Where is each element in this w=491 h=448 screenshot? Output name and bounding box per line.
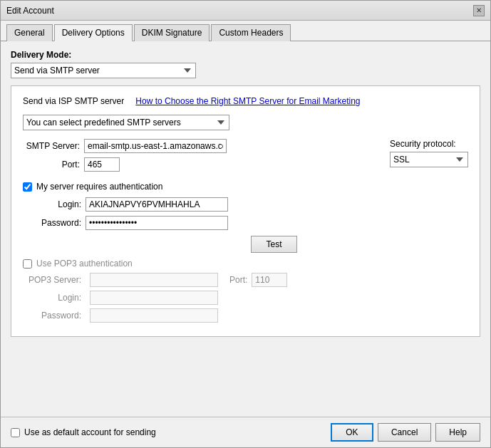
password-row: Password: bbox=[23, 216, 468, 230]
pop3-checkbox[interactable] bbox=[23, 259, 32, 269]
security-section: Security protocol: SSL bbox=[390, 139, 468, 167]
edit-account-window: Edit Account ✕ General Delivery Options … bbox=[0, 0, 491, 448]
ok-button[interactable]: OK bbox=[331, 423, 373, 442]
delivery-mode-section: Delivery Mode: Send via SMTP server bbox=[11, 50, 480, 78]
pop3-checkbox-row: Use POP3 authentication bbox=[23, 259, 468, 269]
pop3-server-label: POP3 Server: bbox=[23, 275, 86, 285]
predefined-select[interactable]: You can select predefined SMTP servers bbox=[23, 115, 229, 130]
pop3-server-row: POP3 Server: Port: bbox=[23, 273, 468, 287]
port-row: Port: bbox=[23, 157, 376, 172]
smtp-server-label: SMTP Server: bbox=[23, 141, 80, 151]
pop3-login-input[interactable] bbox=[90, 291, 218, 305]
window-title: Edit Account bbox=[6, 6, 54, 16]
cancel-button[interactable]: Cancel bbox=[378, 423, 431, 442]
auth-checkbox[interactable] bbox=[23, 182, 32, 192]
help-button[interactable]: Help bbox=[435, 423, 480, 442]
pop3-port-input[interactable] bbox=[252, 273, 287, 287]
tab-custom-headers[interactable]: Custom Headers bbox=[211, 24, 291, 41]
isp-link[interactable]: How to Choose the Right SMTP Server for … bbox=[135, 96, 360, 106]
predefined-row: You can select predefined SMTP servers bbox=[23, 115, 468, 130]
auth-checkbox-row: My server requires authentication bbox=[23, 182, 468, 192]
smtp-server-input[interactable] bbox=[84, 139, 227, 153]
footer: Use as default account for sending OK Ca… bbox=[1, 417, 490, 447]
smtp-panel: Send via ISP SMTP server How to Choose t… bbox=[11, 85, 480, 337]
delivery-mode-label: Delivery Mode: bbox=[11, 50, 480, 60]
pop3-login-row: Login: bbox=[23, 291, 468, 305]
port-label: Port: bbox=[23, 160, 80, 170]
pop3-port-label: Port: bbox=[229, 275, 247, 285]
content-area: Delivery Mode: Send via SMTP server Send… bbox=[1, 41, 490, 417]
tab-delivery[interactable]: Delivery Options bbox=[54, 24, 133, 41]
pop3-password-label: Password: bbox=[23, 311, 86, 321]
default-account-checkbox[interactable] bbox=[11, 428, 20, 437]
isp-header: Send via ISP SMTP server How to Choose t… bbox=[23, 96, 468, 106]
smtp-server-row: SMTP Server: bbox=[23, 139, 376, 153]
security-select[interactable]: SSL bbox=[390, 152, 468, 167]
pop3-password-input[interactable] bbox=[90, 308, 218, 323]
login-row: Login: bbox=[23, 197, 468, 212]
pop3-server-input[interactable] bbox=[90, 273, 218, 287]
default-account-label[interactable]: Use as default account for sending bbox=[24, 427, 156, 437]
footer-buttons: OK Cancel Help bbox=[331, 423, 480, 442]
title-bar: Edit Account ✕ bbox=[1, 1, 490, 21]
default-account-row: Use as default account for sending bbox=[11, 427, 156, 437]
tab-dkim[interactable]: DKIM Signature bbox=[134, 24, 210, 41]
test-button[interactable]: Test bbox=[251, 236, 296, 253]
port-input[interactable] bbox=[84, 157, 120, 172]
test-row: Test bbox=[23, 236, 468, 253]
tab-general[interactable]: General bbox=[6, 24, 53, 41]
smtp-security-row: SMTP Server: Port: Security protocol: SS… bbox=[23, 139, 468, 176]
password-input[interactable] bbox=[86, 216, 228, 230]
pop3-login-label: Login: bbox=[23, 293, 86, 303]
isp-title: Send via ISP SMTP server bbox=[23, 96, 124, 106]
pop3-label[interactable]: Use POP3 authentication bbox=[36, 259, 133, 269]
login-input[interactable] bbox=[86, 197, 228, 212]
pop3-password-row: Password: bbox=[23, 308, 468, 323]
login-label: Login: bbox=[23, 199, 86, 209]
close-button[interactable]: ✕ bbox=[473, 5, 485, 16]
password-label: Password: bbox=[23, 218, 86, 228]
delivery-mode-select[interactable]: Send via SMTP server bbox=[11, 63, 196, 78]
auth-label[interactable]: My server requires authentication bbox=[36, 182, 162, 192]
security-label: Security protocol: bbox=[390, 139, 468, 149]
smtp-fields: SMTP Server: Port: bbox=[23, 139, 376, 176]
tab-bar: General Delivery Options DKIM Signature … bbox=[1, 21, 490, 41]
